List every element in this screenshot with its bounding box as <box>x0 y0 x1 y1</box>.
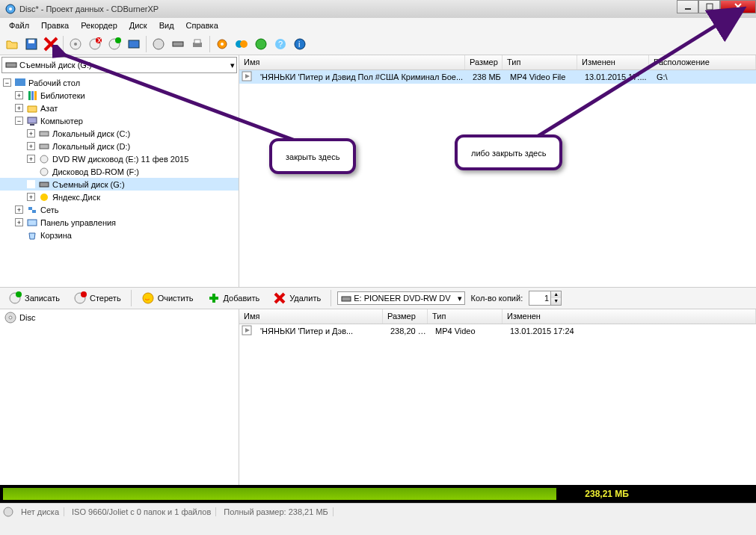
tree-network[interactable]: +Сеть <box>0 203 239 216</box>
svg-point-52 <box>81 291 87 297</box>
print-icon[interactable] <box>188 35 206 53</box>
comp-col-type[interactable]: Тип <box>428 309 503 324</box>
svg-point-26 <box>256 39 266 49</box>
copies-input[interactable] <box>529 294 550 303</box>
compilation-file-list: Имя Размер Тип Изменен 'НЯНЬКИ 'Питер и … <box>239 309 756 485</box>
minimize-button[interactable] <box>677 0 698 13</box>
step-up-icon[interactable]: ▲ <box>550 291 561 298</box>
svg-point-53 <box>143 293 153 303</box>
drive-combobox-label: Съемный диск (G:) <box>19 61 92 69</box>
svg-rect-7 <box>28 40 34 43</box>
lower-split: Disc Имя Размер Тип Изменен 'НЯНЬКИ 'Пит… <box>0 309 756 485</box>
tree-dvdrw[interactable]: +DVD RW дисковод (E:) 11 фев 2015 <box>0 152 239 165</box>
menu-view[interactable]: Вид <box>153 19 180 31</box>
tree-computer[interactable]: −Компьютер <box>0 114 239 127</box>
burn-button[interactable]: Записать <box>4 289 64 307</box>
tree-local-c[interactable]: +Локальный диск (C:) <box>0 127 239 140</box>
window-title: Disc* - Проект данных - CDBurnerXP <box>19 4 159 13</box>
callout-or-close-here: либо закрыть здесь <box>455 134 562 170</box>
svg-text:x: x <box>97 37 102 44</box>
comp-col-name[interactable]: Имя <box>239 309 383 324</box>
disc-status-icon <box>3 507 13 517</box>
folder-tree[interactable]: −Рабочий стол +Библиотеки +Азат −Компьют… <box>0 75 239 287</box>
tree-removable-g[interactable]: Съемный диск (G:) <box>0 178 239 191</box>
svg-point-40 <box>40 155 48 163</box>
comp-col-modified[interactable]: Изменен <box>503 309 756 324</box>
svg-rect-21 <box>194 40 200 43</box>
tree-controlpanel[interactable]: +Панель управления <box>0 216 239 229</box>
info-icon[interactable]: i <box>291 35 309 53</box>
svg-point-1 <box>9 7 12 10</box>
disc-icon <box>4 312 16 324</box>
svg-text:?: ? <box>278 40 283 49</box>
maximize-button[interactable] <box>698 0 720 13</box>
svg-rect-17 <box>129 40 139 48</box>
close-button[interactable] <box>720 0 756 13</box>
col-type[interactable]: Тип <box>503 55 577 69</box>
clear-button[interactable]: Очистить <box>138 289 197 307</box>
col-size[interactable]: Размер <box>465 55 503 69</box>
svg-point-23 <box>221 43 224 46</box>
svg-rect-19 <box>173 42 183 46</box>
svg-rect-34 <box>31 91 34 100</box>
tree-recycle[interactable]: Корзина <box>0 229 239 241</box>
source-list-body[interactable]: 'НЯНЬКИ 'Питер и Дэвид Пол #США Криминал… <box>239 70 756 287</box>
svg-rect-32 <box>15 78 25 86</box>
svg-point-43 <box>40 194 48 201</box>
globe-icon[interactable] <box>252 35 270 53</box>
status-total: Полный размер: 238,21 МБ <box>219 507 334 516</box>
drive-combobox[interactable]: Съемный диск (G:) ▾ <box>1 57 237 73</box>
statusbar: Нет диска ISO 9660/Joliet с 0 папок и 1 … <box>0 503 756 519</box>
disc-root[interactable]: Disc <box>0 309 239 326</box>
menubar: Файл Правка Рекордер Диск Вид Справка <box>0 18 756 33</box>
menu-recorder[interactable]: Рекордер <box>75 19 123 31</box>
open-icon[interactable] <box>3 35 21 53</box>
tree-desktop[interactable]: −Рабочий стол <box>0 76 239 89</box>
col-location[interactable]: Расположение <box>649 55 756 69</box>
compilation-list-body[interactable]: 'НЯНЬКИ 'Питер и Дэв... 238,20 МБ MP4 Vi… <box>239 324 756 485</box>
svg-point-41 <box>40 168 48 176</box>
add-button[interactable]: Добавить <box>203 289 264 307</box>
compilation-tree[interactable]: Disc <box>0 309 239 485</box>
svg-rect-45 <box>32 210 36 213</box>
menu-edit[interactable]: Правка <box>35 19 75 31</box>
svg-rect-39 <box>40 144 49 149</box>
svg-rect-37 <box>30 124 34 126</box>
svg-text:i: i <box>298 40 300 49</box>
gear-icon[interactable] <box>213 35 231 53</box>
col-name[interactable]: Имя <box>239 55 465 69</box>
svg-point-18 <box>153 39 164 49</box>
close-project-icon[interactable] <box>42 35 60 53</box>
tree-bdrom[interactable]: Дисковод BD-ROM (F:) <box>0 165 239 178</box>
delete-button[interactable]: Удалить <box>269 289 325 307</box>
target-drive-select[interactable]: E: PIONEER DVD-RW DV ▾ <box>337 291 464 305</box>
refresh-disc-icon[interactable] <box>105 35 123 53</box>
drive-icon[interactable] <box>169 35 187 53</box>
disc-icon[interactable] <box>125 35 143 53</box>
tree-yadisk[interactable]: +Яндекс.Диск <box>0 191 239 203</box>
comp-col-size[interactable]: Размер <box>383 309 428 324</box>
menu-disc[interactable]: Диск <box>123 19 153 31</box>
burn-disc-icon[interactable] <box>67 35 84 53</box>
folder-tree-pane: Съемный диск (G:) ▾ −Рабочий стол +Библи… <box>0 55 239 287</box>
col-modified[interactable]: Изменен <box>577 55 649 69</box>
convert-icon[interactable] <box>233 35 251 53</box>
erase-button[interactable]: Стереть <box>70 289 125 307</box>
erase-disc-icon[interactable]: x <box>86 35 104 53</box>
svg-rect-44 <box>28 207 32 210</box>
titlebar: Disc* - Проект данных - CDBurnerXP <box>0 0 756 18</box>
menu-file[interactable]: Файл <box>3 19 35 31</box>
tree-libraries[interactable]: +Библиотеки <box>0 89 239 102</box>
dropdown-icon: ▾ <box>230 61 235 70</box>
step-down-icon[interactable]: ▼ <box>550 298 561 305</box>
eject-icon[interactable] <box>150 35 168 53</box>
tree-local-d[interactable]: +Локальный диск (D:) <box>0 140 239 152</box>
tree-user[interactable]: +Азат <box>0 102 239 114</box>
compilation-file-row[interactable]: 'НЯНЬКИ 'Питер и Дэв... 238,20 МБ MP4 Vi… <box>239 324 756 338</box>
help-icon[interactable]: ? <box>271 35 289 53</box>
save-icon[interactable] <box>22 35 40 53</box>
menu-help[interactable]: Справка <box>180 19 224 31</box>
source-file-row[interactable]: 'НЯНЬКИ 'Питер и Дэвид Пол #США Криминал… <box>239 70 756 84</box>
copies-stepper[interactable]: ▲ ▼ <box>529 291 562 306</box>
callout-close-here: закрыть здесь <box>269 138 356 174</box>
